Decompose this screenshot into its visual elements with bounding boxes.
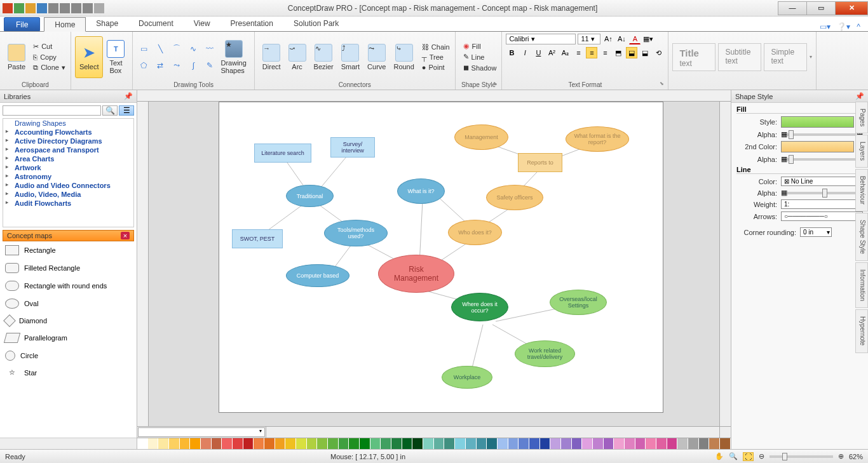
node-who[interactable]: Who does it?	[448, 220, 502, 245]
node-literature[interactable]: Literature search	[254, 144, 311, 163]
paste-button[interactable]: Paste	[4, 36, 29, 78]
second-color-swatch[interactable]	[781, 141, 854, 152]
zoom-tool-icon[interactable]: 🔍	[729, 452, 738, 460]
node-format[interactable]: What format is the report?	[566, 126, 629, 152]
preset-subtitle[interactable]: Subtitletext	[718, 43, 761, 71]
palette-color[interactable]	[656, 438, 667, 449]
palette-color[interactable]	[296, 438, 307, 449]
fill-alpha-slider[interactable]	[787, 133, 857, 136]
zoom-out-icon[interactable]: ⊖	[759, 452, 764, 460]
palette-color[interactable]	[709, 438, 720, 449]
select-button[interactable]: ➤Select	[75, 36, 104, 78]
lib-item[interactable]: Accounting Flowcharts	[3, 128, 133, 137]
tool-poly-icon[interactable]: ⬠	[137, 58, 151, 72]
tool-line-icon[interactable]: ╲	[153, 42, 167, 56]
minimize-button[interactable]: —	[778, 1, 807, 15]
concept-maps-header[interactable]: Concept maps×	[3, 230, 134, 241]
palette-color[interactable]	[190, 438, 201, 449]
zoom-slider[interactable]	[770, 455, 833, 458]
align-bottom-icon[interactable]: ⬓	[639, 47, 651, 58]
palette-color[interactable]	[519, 438, 529, 449]
palette-color[interactable]	[625, 438, 635, 449]
palette-color[interactable]	[477, 438, 487, 449]
preset-simple[interactable]: Simpletext	[764, 43, 807, 71]
tab-document[interactable]: Document	[128, 17, 184, 31]
fill-style-swatch[interactable]	[781, 116, 854, 128]
node-management[interactable]: Management	[454, 124, 508, 150]
palette-color[interactable]	[444, 438, 455, 449]
node-computer[interactable]: Computer based	[286, 264, 349, 287]
clone-button[interactable]: ⧉Clone▾	[32, 63, 67, 72]
close-icon[interactable]: ×	[121, 232, 130, 239]
subscript-button[interactable]: A₂	[559, 47, 571, 58]
canvas-vscroll[interactable]	[719, 102, 731, 426]
node-travel[interactable]: Work related travel/delivery	[515, 340, 575, 367]
sidetab-shape-style[interactable]: Shape Style	[855, 213, 868, 261]
pin-icon[interactable]: 📌	[855, 92, 864, 100]
page-tab-selector[interactable]	[138, 427, 265, 437]
node-where[interactable]: Where does it occur?	[451, 293, 508, 321]
shape-parallelogram[interactable]: Parallelogram	[3, 329, 134, 347]
tool-curve-icon[interactable]: ∿	[186, 42, 200, 56]
point-button[interactable]: ●Point	[421, 63, 451, 72]
pin-icon[interactable]: 📌	[124, 92, 133, 100]
tool-path-icon[interactable]: ⤳	[170, 58, 184, 72]
palette-color[interactable]	[158, 438, 169, 449]
fill-button[interactable]: ◉Fill	[462, 41, 498, 51]
palette-color[interactable]	[561, 438, 572, 449]
palette-color[interactable]	[201, 438, 212, 449]
palette-color[interactable]	[212, 438, 222, 449]
qat-new-icon[interactable]	[14, 3, 24, 13]
node-risk-management[interactable]: Risk Management	[378, 255, 454, 293]
line-weight-select[interactable]: 1:	[781, 199, 863, 209]
shape-round-ends[interactable]: Rectangle with round ends	[3, 277, 134, 295]
tool-free-icon[interactable]: 〰	[203, 42, 217, 56]
arc-button[interactable]: ⤻Arc	[285, 36, 310, 78]
palette-color[interactable]	[540, 438, 551, 449]
left-scrollbar[interactable]	[0, 438, 137, 449]
palette-color[interactable]	[582, 438, 593, 449]
node-traditional[interactable]: Traditional	[286, 185, 334, 207]
direct-button[interactable]: →Direct	[259, 36, 285, 78]
palette-color[interactable]	[508, 438, 519, 449]
chain-button[interactable]: ⛓Chain	[421, 43, 451, 51]
smart-button[interactable]: ⤴Smart	[337, 36, 363, 78]
qat-cut-icon[interactable]	[83, 3, 93, 13]
tool-connect-icon[interactable]: ⇄	[153, 58, 167, 72]
lib-item[interactable]: Audio, Video, Media	[3, 190, 133, 199]
palette-color[interactable]	[222, 438, 233, 449]
shrink-font-icon[interactable]: A↓	[616, 33, 627, 44]
shadow-button[interactable]: ◼Shadow	[462, 63, 498, 72]
preset-more-icon[interactable]: ▾	[810, 54, 812, 60]
font-color-icon[interactable]: A	[629, 33, 641, 44]
palette-color[interactable]	[677, 438, 688, 449]
sidetab-information[interactable]: Information	[855, 262, 868, 308]
zoom-in-icon[interactable]: ⊕	[838, 452, 844, 460]
line-color-select[interactable]: ⊠ No Line	[781, 177, 863, 186]
page-icon[interactable]: ▭▾	[820, 22, 831, 31]
highlight-icon[interactable]: ▦▾	[642, 33, 654, 44]
node-safety[interactable]: Safety officers	[486, 185, 543, 210]
palette-color[interactable]	[487, 438, 498, 449]
sidetab-hypernote[interactable]: Hypernote	[855, 309, 868, 352]
palette-color[interactable]	[646, 438, 656, 449]
palette-color[interactable]	[604, 438, 614, 449]
tab-home[interactable]: Home	[44, 17, 86, 32]
search-icon[interactable]: 🔍	[102, 105, 118, 116]
palette-color[interactable]	[169, 438, 180, 449]
sidetab-behaviour[interactable]: Behaviour	[855, 169, 868, 211]
palette-color[interactable]	[434, 438, 445, 449]
palette-color[interactable]	[391, 438, 402, 449]
sidetab-layers[interactable]: Layers	[855, 135, 868, 168]
italic-button[interactable]: I	[519, 47, 531, 58]
qat-dropdown-icon[interactable]	[94, 3, 104, 13]
shape-rectangle[interactable]: Rectangle	[3, 241, 134, 259]
node-swot[interactable]: SWOT, PEST	[232, 229, 283, 248]
palette-color[interactable]	[243, 438, 254, 449]
bezier-button[interactable]: ∿Bezier	[310, 36, 337, 78]
fit-page-icon[interactable]: ⛶	[743, 452, 754, 461]
lib-item[interactable]: Aerospace and Transport	[3, 145, 133, 154]
tool-bezier-icon[interactable]: ∫	[186, 58, 200, 72]
curve-button[interactable]: ⤳Curve	[363, 36, 390, 78]
superscript-button[interactable]: A²	[546, 47, 557, 58]
